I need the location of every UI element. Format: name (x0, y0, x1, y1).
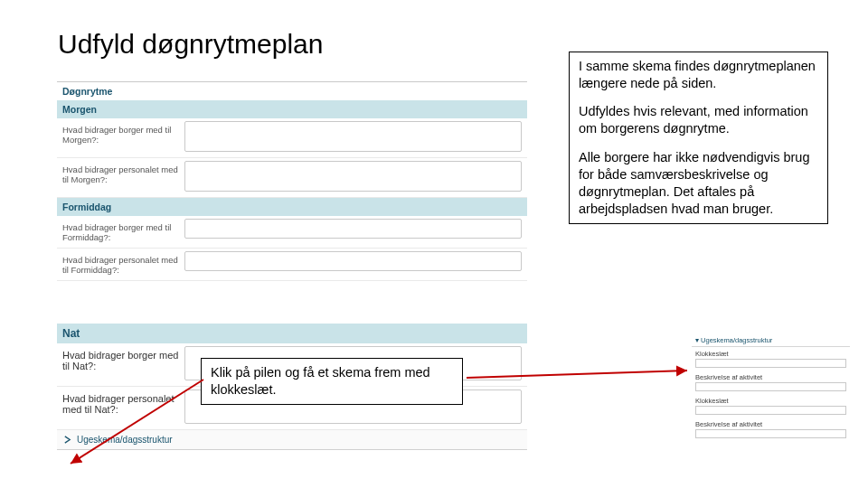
section-nat: Nat (57, 324, 527, 343)
chevron-down-icon: ▾ (695, 336, 699, 344)
label-morgen-borger: Hvad bidrager borger med til Morgen?: (62, 121, 184, 145)
ugeskema-expander[interactable]: Ugeskema/dagsstruktur (57, 430, 527, 450)
chevron-right-icon (61, 434, 73, 446)
ugeskema-panel-title: Ugeskema/dagsstruktur (701, 336, 772, 344)
page-title: Udfyld døgnrytmeplan (58, 29, 323, 60)
panel-field-aktivitet-2[interactable] (695, 429, 846, 438)
info-text-2: Udfyldes hvis relevant, med information … (579, 103, 818, 137)
label-nat-borger: Hvad bidrager borger med til Nat?: (62, 346, 184, 371)
label-nat-personalet: Hvad bidrager personalet med til Nat?: (62, 389, 184, 415)
tip-callout: Klik på pilen og få et skema frem med kl… (201, 358, 463, 405)
panel-label-klokkeslaet-1: Klokkeslæt (692, 347, 850, 359)
info-text-1: I samme skema findes døgnrytmeplanen læn… (579, 58, 818, 92)
info-text-3: Alle borgere har ikke nødvendigvis brug … (579, 149, 818, 219)
section-dognrytme: Døgnrytme (57, 81, 527, 100)
tip-text: Klik på pilen og få et skema frem med kl… (211, 365, 430, 397)
dognrytme-form: Døgnrytme Morgen Hvad bidrager borger me… (57, 81, 527, 281)
panel-field-klokkeslaet-2[interactable] (695, 406, 846, 415)
section-morgen: Morgen (57, 100, 527, 118)
ugeskema-panel: ▾ Ugeskema/dagsstruktur Klokkeslæt Beskr… (692, 334, 850, 441)
panel-field-aktivitet-1[interactable] (695, 382, 846, 391)
input-formiddag-borger[interactable] (184, 219, 522, 239)
ugeskema-label: Ugeskema/dagsstruktur (77, 435, 173, 445)
panel-label-aktivitet-2: Beskrivelse af aktivitet (692, 418, 850, 429)
panel-field-klokkeslaet-1[interactable] (695, 359, 846, 368)
label-formiddag-borger: Hvad bidrager borger med til Formiddag?: (62, 219, 184, 242)
label-morgen-personalet: Hvad bidrager personalet med til Morgen?… (62, 161, 184, 184)
info-callout: I samme skema findes døgnrytmeplanen læn… (569, 52, 828, 224)
input-formiddag-personalet[interactable] (184, 251, 522, 271)
section-formiddag: Formiddag (57, 198, 527, 216)
input-morgen-borger[interactable] (184, 121, 522, 152)
input-morgen-personalet[interactable] (184, 161, 522, 192)
label-formiddag-personalet: Hvad bidrager personalet med til Formidd… (62, 251, 184, 275)
ugeskema-panel-header: ▾ Ugeskema/dagsstruktur (692, 334, 850, 347)
panel-label-klokkeslaet-2: Klokkeslæt (692, 394, 850, 406)
panel-label-aktivitet-1: Beskrivelse af aktivitet (692, 371, 850, 382)
